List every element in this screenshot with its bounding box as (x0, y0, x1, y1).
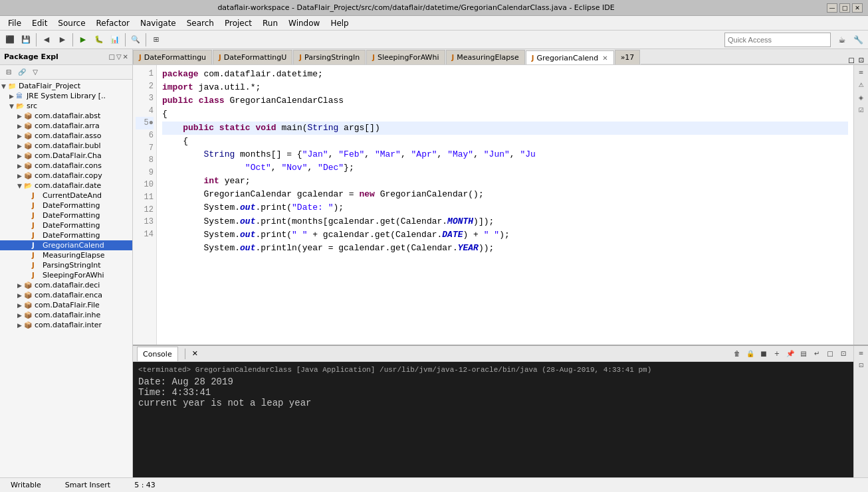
tab-gregoriancalend[interactable]: J GregorianCalend ✕ (526, 50, 614, 65)
tree-java-df2[interactable]: ▶ J DateFormatting (0, 210, 132, 220)
menu-search[interactable]: Search (181, 17, 219, 29)
tree-item-pkg1[interactable]: ▶ 📦 com.dataflair.abst (0, 111, 132, 121)
run-btn[interactable]: ▶ (76, 33, 90, 47)
quick-access-box[interactable] (724, 33, 831, 47)
rs-overview[interactable]: ≡ (855, 66, 867, 78)
save-btn[interactable]: 💾 (19, 33, 33, 47)
tree-java-df4[interactable]: ▶ J DateFormatting (0, 230, 132, 240)
tab-icon-5: J (452, 54, 455, 61)
tree-item-pkg2[interactable]: ▶ 📦 com.dataflair.arra (0, 121, 132, 131)
console-terminate-btn[interactable]: ■ (758, 348, 770, 360)
console-scroll-lock-btn[interactable]: 🔒 (744, 348, 756, 360)
tree-java-parsing[interactable]: ▶ J ParsingStringInt (0, 260, 132, 270)
menu-run[interactable]: Run (257, 17, 283, 29)
pkg4-label: com.dataflair.bubl (35, 141, 101, 150)
arrow-pkg11: ▶ (17, 312, 24, 319)
date-pkg-icon: 📂 (24, 182, 33, 190)
rs-problems[interactable]: ⚠ (855, 79, 867, 91)
rs-tasks[interactable]: ☑ (855, 104, 867, 116)
code-area: 1 2 3 4 5● 6 7 8 9 10 11 12 13 14 (133, 65, 868, 345)
tree-item-pkg6[interactable]: ▶ 📦 com.dataflair.cons (0, 161, 132, 171)
ln-4: 4 (136, 105, 154, 118)
ln-10: 10 (136, 179, 154, 191)
tab-dateformattingu[interactable]: J DateFormattingu (133, 50, 212, 64)
menu-edit[interactable]: Edit (27, 17, 53, 29)
forward-btn[interactable]: ▶ (55, 33, 70, 47)
tree-item-src[interactable]: ▼ 📂 src (0, 101, 132, 111)
code-content[interactable]: package com.dataflair.datetime; import j… (157, 65, 853, 345)
crs-1[interactable]: ≡ (855, 347, 867, 359)
coverage-btn[interactable]: 📊 (108, 33, 122, 47)
search-btn[interactable]: 🔍 (128, 33, 143, 47)
tab-parsingstringin[interactable]: J ParsingStringIn (293, 50, 366, 64)
console-tab[interactable]: Console (137, 347, 178, 361)
pe-link-btn[interactable]: 🔗 (16, 66, 28, 78)
tree-item-date-pkg[interactable]: ▼ 📂 com.dataflair.date (0, 181, 132, 191)
editor-min-btn[interactable]: □ (847, 56, 855, 64)
tab-dateformattingU[interactable]: J DateFormattingU (213, 50, 292, 64)
tree-java-current[interactable]: ▶ J CurrentDateAnd (0, 191, 132, 201)
tree-java-df1[interactable]: ▶ J DateFormatting (0, 201, 132, 210)
tree-item-jre[interactable]: ▶ 🏛 JRE System Library [.. (0, 91, 132, 101)
console-content[interactable]: <terminated> GregorianCalendarClass [Jav… (133, 362, 853, 477)
tree-item-pkg3[interactable]: ▶ 📦 com.dataflair.asso (0, 131, 132, 141)
console-close-icon: ✕ (192, 349, 198, 358)
tree-item-project[interactable]: ▼ 📁 DataFlair_Project (0, 81, 132, 91)
console-min-btn[interactable]: □ (824, 348, 836, 360)
perspective-debug-btn[interactable]: 🔧 (851, 33, 865, 47)
tree-item-pkg10[interactable]: ▶ 📦 com.DataFlair.File (0, 300, 132, 310)
pe-expand-btn[interactable]: ▽ (116, 53, 122, 60)
maximize-btn[interactable]: □ (839, 3, 850, 13)
menu-project[interactable]: Project (219, 17, 257, 29)
tree-java-df3[interactable]: ▶ J DateFormatting (0, 220, 132, 230)
pe-minimize-btn[interactable]: □ (108, 53, 114, 60)
tree-java-meas[interactable]: ▶ J MeasuringElapse (0, 250, 132, 260)
tree-item-pkg7[interactable]: ▶ 📦 com.dataflair.copy (0, 171, 132, 181)
tree-item-pkg9[interactable]: ▶ 📦 com.dataflair.enca (0, 290, 132, 300)
menu-source[interactable]: Source (53, 17, 90, 29)
tree-item-pkg8[interactable]: ▶ 📦 com.dataflair.deci (0, 280, 132, 290)
rs-outline[interactable]: ◈ (855, 92, 867, 104)
tree-item-pkg12[interactable]: ▶ 📦 com.dataflair.inter (0, 320, 132, 330)
console-new-btn[interactable]: + (771, 348, 783, 360)
tab-measuringelapse[interactable]: J MeasuringElapse (446, 50, 525, 64)
menu-help[interactable]: Help (325, 17, 354, 29)
tab-spacer (641, 64, 844, 64)
pe-close-btn[interactable]: ✕ (123, 53, 128, 60)
console-pin-btn[interactable]: 📌 (784, 348, 796, 360)
perspective-btn[interactable]: ⊞ (149, 33, 163, 47)
pe-menu-btn[interactable]: ▽ (29, 66, 41, 78)
code-line-1: package com.dataflair.datetime; (162, 68, 848, 81)
crs-2[interactable]: ⊡ (855, 359, 867, 371)
tab-overflow[interactable]: »17 (615, 50, 641, 64)
new-btn[interactable]: ⬛ (3, 33, 17, 47)
tree-java-sleeping[interactable]: ▶ J SleepingForAWhi (0, 270, 132, 280)
console-open-btn[interactable]: ▤ (798, 348, 810, 360)
tab-sleepingforawhi[interactable]: J SleepingForAWhi (366, 50, 445, 64)
code-line-3: public class GregorianCalendarClass (162, 94, 848, 108)
code-editor: 1 2 3 4 5● 6 7 8 9 10 11 12 13 14 (133, 65, 853, 345)
menu-file[interactable]: File (3, 17, 27, 29)
java-df3-label: DateFormatting (43, 221, 100, 230)
arrow-project: ▼ (1, 83, 8, 90)
quick-access-input[interactable] (728, 36, 827, 44)
close-btn[interactable]: ✕ (852, 3, 863, 13)
menu-window[interactable]: Window (283, 17, 325, 29)
console-clear-btn[interactable]: 🗑 (731, 348, 743, 360)
debug-btn[interactable]: 🐛 (92, 33, 106, 47)
pe-title-text: Package Expl (4, 52, 58, 61)
menu-refactor[interactable]: Refactor (91, 17, 135, 29)
back-btn[interactable]: ◀ (39, 33, 54, 47)
perspective-java-btn[interactable]: ☕ (835, 33, 849, 47)
tree-item-pkg4[interactable]: ▶ 📦 com.dataflair.bubl (0, 141, 132, 151)
pe-collapse-btn[interactable]: ⊟ (3, 66, 15, 78)
tab-close-6[interactable]: ✕ (602, 54, 607, 62)
editor-max-btn[interactable]: ⊡ (857, 56, 865, 64)
tree-item-pkg11[interactable]: ▶ 📦 com.dataflair.inhe (0, 310, 132, 320)
tree-java-gregorian[interactable]: ▶ J GregorianCalend (0, 240, 132, 250)
console-word-wrap-btn[interactable]: ↵ (811, 348, 823, 360)
tree-item-pkg5[interactable]: ▶ 📦 com.DataFlair.Cha (0, 151, 132, 161)
console-max-btn[interactable]: ⊡ (837, 348, 849, 360)
menu-navigate[interactable]: Navigate (135, 17, 181, 29)
minimize-btn[interactable]: — (827, 3, 837, 13)
